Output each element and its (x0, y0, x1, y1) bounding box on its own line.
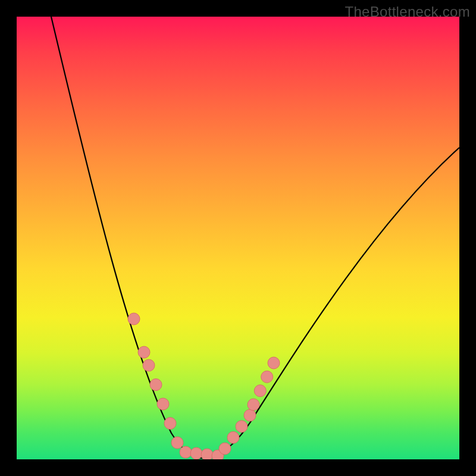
chart-svg (17, 17, 459, 459)
bead-marker (157, 398, 169, 410)
bead-marker (180, 446, 192, 458)
bead-marker (244, 409, 256, 421)
bead-marker (143, 359, 155, 371)
curve-left (51, 17, 201, 458)
bead-marker (150, 379, 162, 391)
bead-group (128, 313, 280, 459)
bead-marker (219, 443, 231, 455)
bead-marker (254, 385, 266, 397)
bead-marker (227, 431, 239, 443)
bead-marker (248, 399, 259, 411)
bead-marker (236, 421, 248, 433)
curve-right (201, 148, 459, 458)
bead-marker (164, 418, 176, 430)
bead-marker (171, 437, 183, 449)
watermark-text: TheBottleneck.com (345, 4, 470, 20)
bead-marker (138, 346, 150, 358)
bead-marker (268, 357, 280, 369)
bead-marker (128, 313, 140, 325)
bead-marker (190, 447, 202, 459)
bead-marker (261, 371, 273, 383)
bead-marker (201, 449, 213, 459)
